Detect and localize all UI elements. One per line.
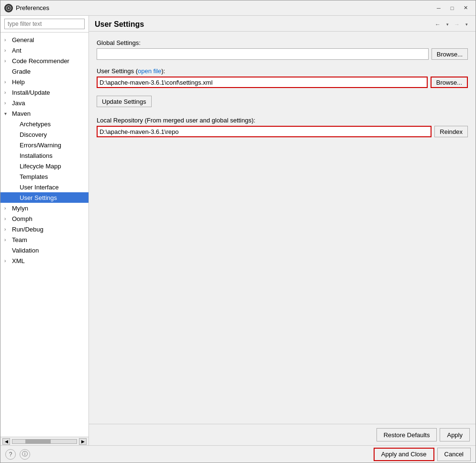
apply-and-close-button[interactable]: Apply and Close [374,448,434,461]
local-repo-label: Local Repository (From merged user and g… [97,117,468,124]
update-settings-button[interactable]: Update Settings [97,96,152,107]
sidebar-label-team: Team [12,236,27,243]
sidebar-item-installations[interactable]: Installations [0,150,89,161]
sidebar-item-code-recommenders[interactable]: ›Code Recommender [0,55,89,66]
main-content: ›General›Ant›Code RecommenderGradle›Help… [0,16,476,445]
user-settings-section: User Settings (open file): Browse... Upd… [97,67,468,107]
bottom-bar-left: ? ⓘ [5,449,30,460]
content-area: User Settings ← ▾ → ▾ Global Settings: B… [89,16,476,445]
scroll-thumb [25,440,51,443]
sidebar-item-ant[interactable]: ›Ant [0,45,89,55]
sidebar-label-help: Help [12,78,25,86]
global-settings-label: Global Settings: [97,39,468,46]
sidebar-item-run-debug[interactable]: ›Run/Debug [0,224,89,234]
sidebar-label-user-settings: User Settings [20,194,57,201]
bottom-bar: ? ⓘ Apply and Close Cancel [0,445,476,463]
title-bar: Preferences ─ □ ✕ [0,0,476,16]
sidebar: ›General›Ant›Code RecommenderGradle›Help… [0,16,89,445]
window-title: Preferences [16,4,432,11]
sidebar-label-maven: Maven [12,110,31,117]
local-repo-row: Reindex [97,126,468,137]
sidebar-item-java[interactable]: ›Java [0,98,89,108]
preferences-window: Preferences ─ □ ✕ ›General›Ant›Code Reco… [0,0,476,463]
filter-input[interactable] [4,19,85,29]
sidebar-item-errors-warnings[interactable]: Errors/Warning [0,140,89,150]
scroll-left-btn[interactable]: ◀ [2,438,10,445]
scroll-right-btn[interactable]: ▶ [79,438,87,445]
close-button[interactable]: ✕ [459,3,472,13]
local-repo-input[interactable] [97,126,432,137]
sidebar-label-mylyn: Mylyn [12,205,28,212]
nav-forward-button[interactable]: → [452,20,462,29]
apply-button[interactable]: Apply [440,428,470,441]
sidebar-item-user-interface[interactable]: User Interface [0,182,89,192]
sidebar-label-discovery: Discovery [20,131,47,138]
user-settings-suffix: ): [161,67,165,75]
sidebar-label-lifecycle-mappings: Lifecycle Mapp [20,163,61,170]
restore-defaults-button[interactable]: Restore Defaults [376,428,437,441]
sidebar-item-user-settings[interactable]: User Settings [0,192,89,203]
sidebar-item-oomph[interactable]: ›Oomph [0,213,89,224]
sidebar-filter-area [0,16,89,33]
sidebar-scrollbar: ◀ ▶ [0,437,89,445]
sidebar-label-installations: Installations [20,152,53,159]
sidebar-item-discovery[interactable]: Discovery [0,129,89,140]
window-controls: ─ □ ✕ [432,3,472,13]
user-browse-button[interactable]: Browse... [431,77,468,88]
svg-point-1 [8,7,10,9]
nav-back-button[interactable]: ← [432,20,443,29]
footer-buttons: Restore Defaults Apply [89,424,476,445]
cancel-button[interactable]: Cancel [437,448,471,461]
sidebar-item-help[interactable]: ›Help [0,77,89,87]
sidebar-label-code-recommenders: Code Recommender [12,57,69,65]
nav-forward-dropdown[interactable]: ▾ [463,20,470,29]
sidebar-label-java: Java [12,99,25,107]
global-settings-row: Browse... [97,48,468,60]
sidebar-item-maven[interactable]: ▾Maven [0,108,89,119]
content-header: User Settings ← ▾ → ▾ [89,16,476,32]
sidebar-item-xml[interactable]: ›XML [0,255,89,266]
user-settings-input[interactable] [97,77,428,88]
content-body: Global Settings: Browse... User Settings… [89,32,476,424]
sidebar-label-ant: Ant [12,47,22,54]
sidebar-label-general: General [12,36,34,44]
sidebar-item-archetypes[interactable]: Archetypes [0,119,89,129]
scroll-track [12,439,77,444]
bottom-bar-right: Apply and Close Cancel [374,448,471,461]
sidebar-label-validation: Validation [12,247,39,254]
global-browse-button[interactable]: Browse... [432,48,468,60]
minimize-button[interactable]: ─ [432,3,445,13]
header-nav: ← ▾ → ▾ [432,20,470,29]
sidebar-item-templates[interactable]: Templates [0,171,89,182]
user-settings-label: User Settings (open file): [97,67,468,75]
sidebar-tree: ›General›Ant›Code RecommenderGradle›Help… [0,33,89,437]
help-icon-btn[interactable]: ? [5,449,16,460]
sidebar-item-install-update[interactable]: ›Install/Update [0,87,89,98]
sidebar-item-gradle[interactable]: Gradle [0,66,89,77]
sidebar-label-archetypes: Archetypes [20,121,51,128]
sidebar-label-oomph: Oomph [12,215,33,222]
sidebar-item-validation[interactable]: Validation [0,245,89,255]
content-title: User Settings [95,20,144,29]
app-icon [4,4,13,12]
sidebar-label-user-interface: User Interface [20,184,59,191]
user-settings-row: Browse... [97,77,468,88]
sidebar-label-xml: XML [12,257,25,265]
sidebar-item-lifecycle-mappings[interactable]: Lifecycle Mapp [0,161,89,171]
local-repo-section: Local Repository (From merged user and g… [97,117,468,137]
sidebar-item-general[interactable]: ›General [0,34,89,45]
open-file-link[interactable]: open file [138,67,161,75]
sidebar-label-errors-warnings: Errors/Warning [20,142,61,149]
sidebar-label-run-debug: Run/Debug [12,226,44,233]
sidebar-item-team[interactable]: ›Team [0,234,89,245]
sidebar-label-gradle: Gradle [12,68,31,75]
info-icon-btn[interactable]: ⓘ [20,449,30,460]
sidebar-label-install-update: Install/Update [12,89,50,96]
sidebar-item-mylyn[interactable]: ›Mylyn [0,203,89,213]
sidebar-label-templates: Templates [20,173,48,180]
reindex-button[interactable]: Reindex [434,126,468,137]
maximize-button[interactable]: □ [446,3,458,13]
update-settings-area: Update Settings [97,92,468,107]
nav-back-dropdown[interactable]: ▾ [444,20,451,29]
global-settings-input[interactable] [97,48,429,60]
